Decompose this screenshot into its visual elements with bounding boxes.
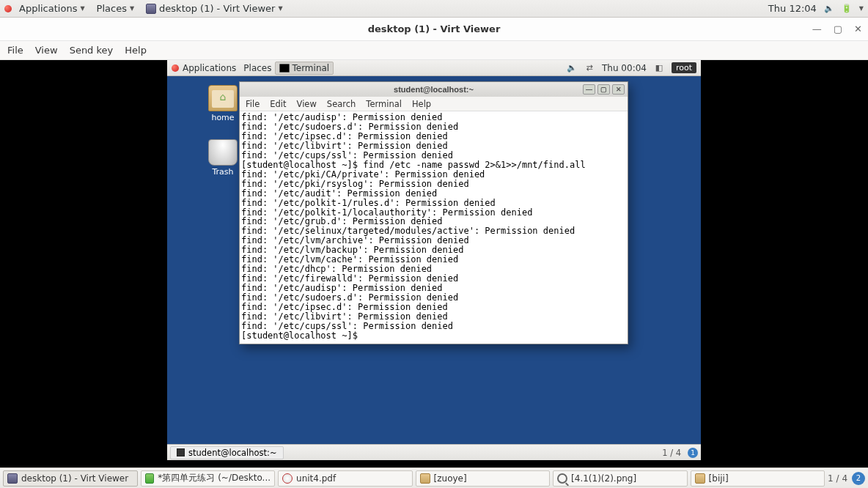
guest-desktop[interactable]: Applications Places Terminal 🔈 ⇄ Thu 00:… — [167, 60, 701, 460]
guest-user-label[interactable]: root — [672, 62, 696, 73]
terminal-minimize-button[interactable]: — — [583, 84, 595, 95]
distro-logo-icon — [172, 64, 179, 72]
menu-help[interactable]: Help — [125, 45, 147, 56]
chevron-down-icon: ▼ — [130, 5, 134, 12]
guest-bottom-task-label: student@localhost:~ — [188, 448, 277, 458]
maximize-button[interactable]: ▢ — [834, 23, 842, 34]
virt-viewer-titlebar: desktop (1) - Virt Viewer — ▢ ✕ — [0, 18, 868, 41]
desktop-icon-trash[interactable]: Trash — [201, 139, 245, 177]
desktop-icon-home-label: home — [201, 113, 245, 122]
taskbar-item-label: [biji] — [709, 473, 729, 484]
outer-bottom-panel: desktop (1) - Virt Viewer *第四单元练习 (~/Des… — [0, 467, 868, 488]
menu-sendkey[interactable]: Send key — [70, 45, 114, 56]
terminal-menu-file[interactable]: File — [246, 99, 260, 109]
terminal-close-button[interactable]: ✕ — [612, 84, 625, 95]
chevron-down-icon: ▼ — [80, 5, 84, 12]
terminal-menu-search[interactable]: Search — [327, 99, 356, 109]
terminal-menubar: File Edit View Search Terminal Help — [240, 97, 628, 111]
active-window-menu[interactable]: desktop (1) - Virt Viewer ▼ — [141, 1, 287, 15]
taskbar-item-biji[interactable]: [biji] — [691, 470, 825, 487]
guest-clock[interactable]: Thu 00:04 — [602, 63, 647, 73]
applications-menu[interactable]: Applications ▼ — [15, 1, 89, 15]
folder-icon — [420, 473, 430, 484]
virt-viewer-menubar: File View Send key Help — [0, 41, 868, 60]
menu-view[interactable]: View — [35, 45, 58, 56]
virt-viewer-title: desktop (1) - Virt Viewer — [368, 23, 501, 34]
terminal-icon — [177, 448, 185, 456]
terminal-output[interactable]: find: '/etc/audisp': Permission denied f… — [240, 111, 628, 344]
trash-icon — [208, 139, 238, 166]
editor-icon — [145, 473, 155, 484]
chevron-down-icon: ▼ — [278, 5, 282, 12]
menu-file[interactable]: File — [7, 45, 23, 56]
guest-task-terminal[interactable]: Terminal — [275, 62, 334, 75]
guest-places-menu[interactable]: Places — [240, 62, 275, 74]
virt-display-area: Applications Places Terminal 🔈 ⇄ Thu 00:… — [0, 60, 868, 467]
terminal-titlebar[interactable]: student@localhost:~ — ▢ ✕ — [240, 82, 628, 97]
guest-places-label: Places — [243, 63, 271, 73]
taskbar-item-pdf[interactable]: unit4.pdf — [278, 470, 413, 487]
network-icon[interactable]: ⇄ — [584, 63, 595, 73]
guest-task-terminal-label: Terminal — [292, 63, 329, 73]
terminal-window[interactable]: student@localhost:~ — ▢ ✕ File Edit View… — [239, 81, 628, 344]
home-folder-icon — [208, 85, 238, 111]
guest-applications-label: Applications — [183, 63, 236, 73]
places-menu[interactable]: Places ▼ — [92, 1, 139, 15]
terminal-menu-terminal[interactable]: Terminal — [366, 99, 402, 109]
taskbar-item-virtviewer[interactable]: desktop (1) - Virt Viewer — [3, 470, 138, 487]
outer-top-panel: Applications ▼ Places ▼ desktop (1) - Vi… — [0, 0, 868, 18]
taskbar-item-label: unit4.pdf — [296, 473, 336, 484]
taskbar-item-label: [4.1(1)(2).png] — [571, 473, 636, 484]
chevron-down-icon[interactable]: ▼ — [859, 5, 864, 12]
guest-top-panel: Applications Places Terminal 🔈 ⇄ Thu 00:… — [167, 60, 701, 76]
monitor-icon — [146, 4, 156, 14]
taskbar-item-zuoye[interactable]: [zuoye] — [416, 470, 551, 487]
workspace-indicator-icon[interactable]: 1 — [688, 448, 698, 458]
monitor-icon — [7, 473, 18, 484]
volume-icon[interactable]: 🔈 — [824, 4, 834, 14]
taskbar-item-label: *第四单元练习 (~/Deskto... — [158, 472, 271, 484]
taskbar-item-label: desktop (1) - Virt Viewer — [21, 473, 128, 484]
volume-icon[interactable]: 🔈 — [567, 63, 577, 73]
taskbar-item-label: [zuoye] — [434, 473, 467, 484]
active-window-label: desktop (1) - Virt Viewer — [159, 3, 275, 14]
folder-icon — [695, 473, 705, 484]
pdf-icon — [282, 473, 293, 484]
terminal-menu-edit[interactable]: Edit — [270, 99, 286, 109]
places-label: Places — [97, 3, 127, 14]
terminal-maximize-button[interactable]: ▢ — [597, 84, 610, 95]
power-icon[interactable]: ◧ — [654, 63, 664, 73]
taskbar-item-gedit[interactable]: *第四单元练习 (~/Deskto... — [141, 470, 276, 487]
outer-pager[interactable]: 1 / 4 — [828, 473, 847, 484]
close-button[interactable]: ✕ — [854, 23, 862, 34]
guest-pager[interactable]: 1 / 4 — [662, 448, 681, 458]
applications-label: Applications — [19, 3, 77, 14]
battery-icon[interactable]: 🔋 — [842, 4, 852, 14]
terminal-icon — [279, 64, 290, 73]
image-viewer-icon — [557, 473, 567, 484]
taskbar-item-image[interactable]: [4.1(1)(2).png] — [553, 470, 688, 487]
clock[interactable]: Thu 12:04 — [768, 3, 817, 14]
guest-applications-menu[interactable]: Applications — [179, 62, 240, 74]
terminal-menu-help[interactable]: Help — [412, 99, 431, 109]
terminal-menu-view[interactable]: View — [297, 99, 317, 109]
minimize-button[interactable]: — — [812, 23, 822, 34]
terminal-title: student@localhost:~ — [394, 85, 474, 94]
guest-bottom-panel: student@localhost:~ 1 / 4 1 — [167, 444, 701, 460]
workspace-indicator-icon[interactable]: 2 — [852, 472, 865, 485]
guest-bottom-task-terminal[interactable]: student@localhost:~ — [170, 446, 284, 459]
desktop-icon-trash-label: Trash — [201, 167, 245, 177]
desktop-icon-home[interactable]: home — [201, 85, 245, 122]
distro-logo-icon — [4, 5, 12, 12]
